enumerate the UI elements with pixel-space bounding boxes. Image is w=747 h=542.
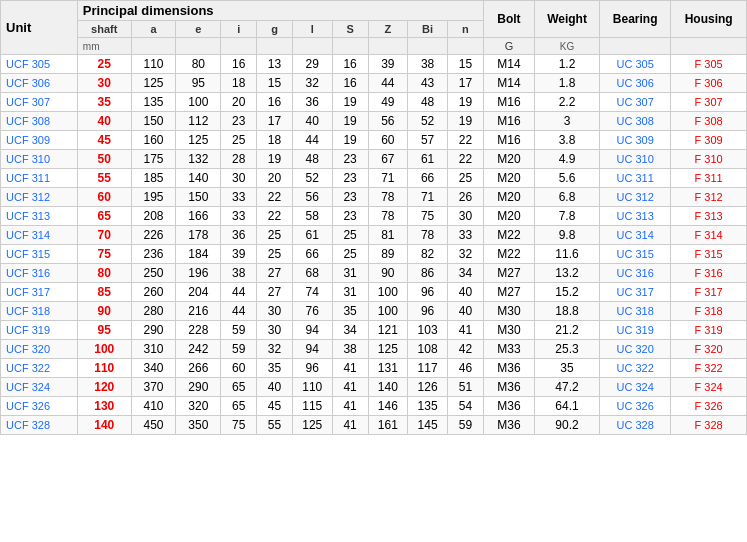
data-cell: 76 (292, 302, 332, 321)
bearing-empty (600, 38, 671, 55)
data-cell: 55 (257, 416, 293, 435)
data-cell: 30 (221, 169, 257, 188)
unit-cell: UCF 312 (1, 188, 78, 207)
housing-cell: F 308 (671, 112, 747, 131)
data-cell: 41 (332, 359, 368, 378)
data-cell: 96 (408, 302, 448, 321)
table-row: UCF 305251108016132916393815M141.2UC 305… (1, 55, 747, 74)
table-row: UCF 31785260204442774311009640M2715.2UC … (1, 283, 747, 302)
data-cell: M20 (483, 207, 534, 226)
data-cell: 140 (368, 378, 408, 397)
data-cell: 350 (176, 416, 221, 435)
data-cell: M16 (483, 93, 534, 112)
data-cell: 51 (447, 378, 483, 397)
data-cell: 66 (292, 245, 332, 264)
table-row: UCF 3136520816633225823787530M207.8UC 31… (1, 207, 747, 226)
bearing-cell: UC 313 (600, 207, 671, 226)
data-cell: 81 (368, 226, 408, 245)
table-row: UCF 3168025019638276831908634M2713.2UC 3… (1, 264, 747, 283)
data-cell: 71 (368, 169, 408, 188)
housing-cell: F 310 (671, 150, 747, 169)
data-cell: M36 (483, 397, 534, 416)
data-cell: M20 (483, 169, 534, 188)
data-cell: 90 (368, 264, 408, 283)
data-cell: 410 (131, 397, 176, 416)
data-cell: 38 (221, 264, 257, 283)
unit-cell: UCF 311 (1, 169, 78, 188)
housing-cell: F 318 (671, 302, 747, 321)
data-cell: 78 (368, 207, 408, 226)
bearing-cell: UC 318 (600, 302, 671, 321)
unit-cell: UCF 307 (1, 93, 78, 112)
data-cell: 320 (176, 397, 221, 416)
unit-cell: UCF 317 (1, 283, 78, 302)
n-subheader: n (447, 21, 483, 38)
data-cell: 75 (221, 416, 257, 435)
i-mm (221, 38, 257, 55)
data-cell: M27 (483, 264, 534, 283)
a-mm (131, 38, 176, 55)
shaft-cell: 75 (77, 245, 131, 264)
data-cell: 19 (332, 112, 368, 131)
bearing-cell: UC 308 (600, 112, 671, 131)
data-cell: 45 (257, 397, 293, 416)
data-cell: M20 (483, 150, 534, 169)
bearing-cell: UC 316 (600, 264, 671, 283)
data-cell: 59 (221, 321, 257, 340)
table-row: UCF 306301259518153216444317M141.8UC 306… (1, 74, 747, 93)
data-cell: 68 (292, 264, 332, 283)
data-cell: 56 (292, 188, 332, 207)
kg-unit: KG (535, 38, 600, 55)
data-cell: M22 (483, 226, 534, 245)
data-cell: 25 (221, 131, 257, 150)
unit-cell: UCF 316 (1, 264, 78, 283)
data-cell: M33 (483, 340, 534, 359)
housing-cell: F 324 (671, 378, 747, 397)
data-cell: 108 (408, 340, 448, 359)
data-cell: 25 (257, 245, 293, 264)
data-cell: 82 (408, 245, 448, 264)
data-cell: 32 (292, 74, 332, 93)
table-row: UCF 32613041032065451154114613554M3664.1… (1, 397, 747, 416)
data-cell: 150 (176, 188, 221, 207)
data-cell: 236 (131, 245, 176, 264)
unit-cell: UCF 318 (1, 302, 78, 321)
data-cell: 4.9 (535, 150, 600, 169)
data-cell: 54 (447, 397, 483, 416)
housing-cell: F 322 (671, 359, 747, 378)
data-cell: 23 (332, 188, 368, 207)
data-cell: 61 (292, 226, 332, 245)
bolt-g-subheader: G (483, 38, 534, 55)
main-table: Unit Principal dimensions Bolt Weight Be… (0, 0, 747, 435)
data-cell: 59 (447, 416, 483, 435)
housing-cell: F 319 (671, 321, 747, 340)
data-cell: 89 (368, 245, 408, 264)
table-row: UCF 3084015011223174019565219M163UC 308F… (1, 112, 747, 131)
housing-cell: F 306 (671, 74, 747, 93)
data-cell: 140 (176, 169, 221, 188)
table-row: UCF 31890280216443076351009640M3018.8UC … (1, 302, 747, 321)
unit-cell: UCF 309 (1, 131, 78, 150)
data-cell: 290 (176, 378, 221, 397)
bearing-cell: UC 309 (600, 131, 671, 150)
data-cell: M36 (483, 378, 534, 397)
data-cell: 61 (408, 150, 448, 169)
data-cell: 22 (257, 207, 293, 226)
bolt-header: Bolt (483, 1, 534, 38)
data-cell: 75 (408, 207, 448, 226)
data-cell: 52 (292, 169, 332, 188)
shaft-cell: 90 (77, 302, 131, 321)
s-mm (332, 38, 368, 55)
data-cell: M22 (483, 245, 534, 264)
housing-cell: F 328 (671, 416, 747, 435)
g-subheader: g (257, 21, 293, 38)
data-cell: 71 (408, 188, 448, 207)
unit-cell: UCF 322 (1, 359, 78, 378)
n-mm (447, 38, 483, 55)
data-cell: 23 (332, 207, 368, 226)
data-cell: 31 (332, 264, 368, 283)
housing-empty (671, 38, 747, 55)
data-cell: 48 (292, 150, 332, 169)
housing-cell: F 317 (671, 283, 747, 302)
data-cell: 74 (292, 283, 332, 302)
